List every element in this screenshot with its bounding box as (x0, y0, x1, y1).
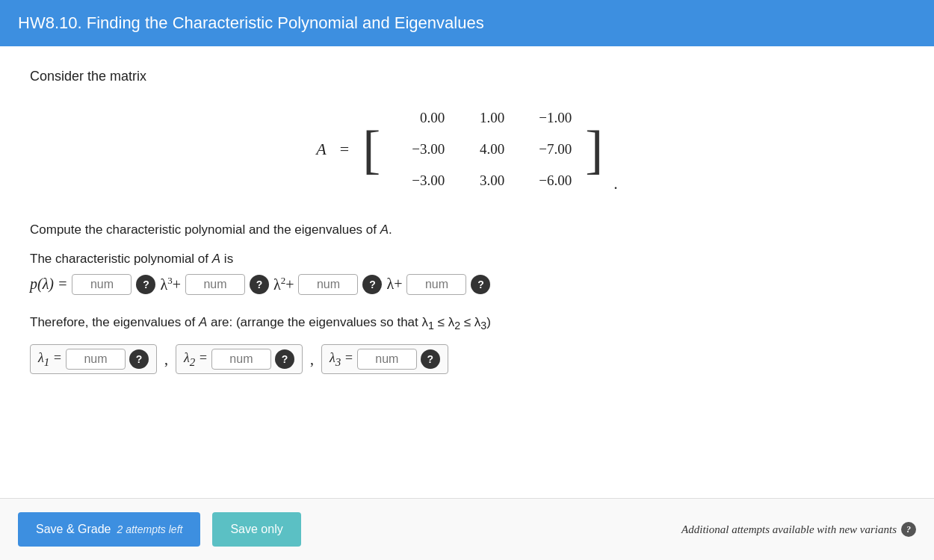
matrix-a-label: A (316, 140, 326, 159)
poly-term-2: λ2+ (273, 275, 294, 293)
poly-input-4[interactable] (406, 274, 466, 295)
poly-input-3[interactable] (298, 274, 358, 295)
page-header: HW8.10. Finding the Characteristic Polyn… (0, 0, 934, 46)
matrix-equals: = (340, 140, 349, 159)
save-grade-label: Save & Grade (36, 523, 111, 536)
poly-help-2[interactable]: ? (250, 275, 269, 294)
matrix-cell-01: 1.00 (457, 110, 509, 126)
eigen-group-3: λ3 = ? (321, 344, 448, 374)
eigen-help-3[interactable]: ? (421, 349, 440, 369)
matrix-cell-10: −3.00 (389, 141, 449, 158)
footer: Save & Grade 2 attempts left Save only A… (0, 498, 934, 560)
matrix-cell-11: 4.00 (457, 141, 509, 158)
save-only-label: Save only (230, 523, 282, 535)
eigenvalues-text: Therefore, the eigenvalues of A are: (ar… (30, 313, 904, 335)
eigen-help-2[interactable]: ? (275, 349, 294, 369)
poly-term-3: λ+ (386, 276, 402, 293)
eigen-input-1[interactable] (66, 349, 126, 370)
poly-equation-label: p(λ) = (30, 276, 67, 293)
poly-input-2[interactable] (185, 274, 245, 295)
matrix-cell-12: −7.00 (516, 141, 576, 158)
comma-2: , (310, 351, 314, 368)
bracket-right: ] (585, 99, 603, 199)
eigen-group-2: λ2 = ? (176, 344, 303, 374)
eigen-help-1[interactable]: ? (129, 349, 149, 369)
bracket-left: [ (362, 99, 380, 199)
page-title: HW8.10. Finding the Characteristic Polyn… (18, 13, 484, 32)
poly-term-1: λ3+ (160, 275, 180, 293)
eigenvalues-row: λ1 = ? , λ2 = ? , λ3 = ? (30, 344, 904, 374)
poly-section: The characteristic polynomial of A is p(… (30, 252, 904, 295)
attempts-label: 2 attempts left (117, 523, 183, 535)
eigen-label-1: λ1 = (38, 350, 62, 369)
matrix-cell-02: −1.00 (516, 110, 576, 126)
eigen-input-2[interactable] (211, 349, 271, 370)
eigen-group-1: λ1 = ? (30, 344, 157, 374)
eigen-input-3[interactable] (357, 349, 417, 370)
additional-help-icon[interactable]: ? (901, 522, 916, 537)
eigen-label-3: λ3 = (330, 350, 353, 369)
matrix-cell-22: −6.00 (516, 172, 576, 189)
matrix-period: . (613, 174, 618, 199)
poly-help-4[interactable]: ? (471, 275, 490, 294)
comma-1: , (164, 351, 168, 368)
matrix-section: A = [ 0.00 1.00 −1.00 −3.00 4.00 −7.00 −… (30, 99, 904, 199)
matrix-cell-20: −3.00 (389, 172, 449, 189)
matrix-grid: 0.00 1.00 −1.00 −3.00 4.00 −7.00 −3.00 3… (382, 99, 584, 199)
poly-help-1[interactable]: ? (136, 275, 155, 294)
poly-help-3[interactable]: ? (362, 275, 382, 294)
eigenvalues-section: Therefore, the eigenvalues of A are: (ar… (30, 313, 904, 375)
save-only-button[interactable]: Save only (212, 512, 300, 547)
consider-text: Consider the matrix (30, 69, 904, 84)
compute-text: Compute the characteristic polynomial an… (30, 220, 904, 240)
matrix-cell-21: 3.00 (457, 172, 509, 189)
poly-label: The characteristic polynomial of A is (30, 252, 904, 267)
additional-text: Additional attempts available with new v… (681, 523, 897, 536)
matrix-cell-00: 0.00 (389, 110, 449, 126)
additional-text-container: Additional attempts available with new v… (681, 522, 916, 537)
save-grade-button[interactable]: Save & Grade 2 attempts left (18, 512, 200, 547)
eigen-label-2: λ2 = (184, 350, 208, 369)
matrix-equation: A = [ 0.00 1.00 −1.00 −3.00 4.00 −7.00 −… (316, 99, 617, 199)
main-content: Consider the matrix A = [ 0.00 1.00 −1.0… (0, 46, 934, 498)
matrix-brackets: [ 0.00 1.00 −1.00 −3.00 4.00 −7.00 −3.00… (362, 99, 603, 199)
poly-input-1[interactable] (72, 274, 132, 295)
poly-row: p(λ) = ? λ3+ ? λ2+ ? λ+ ? (30, 274, 904, 295)
